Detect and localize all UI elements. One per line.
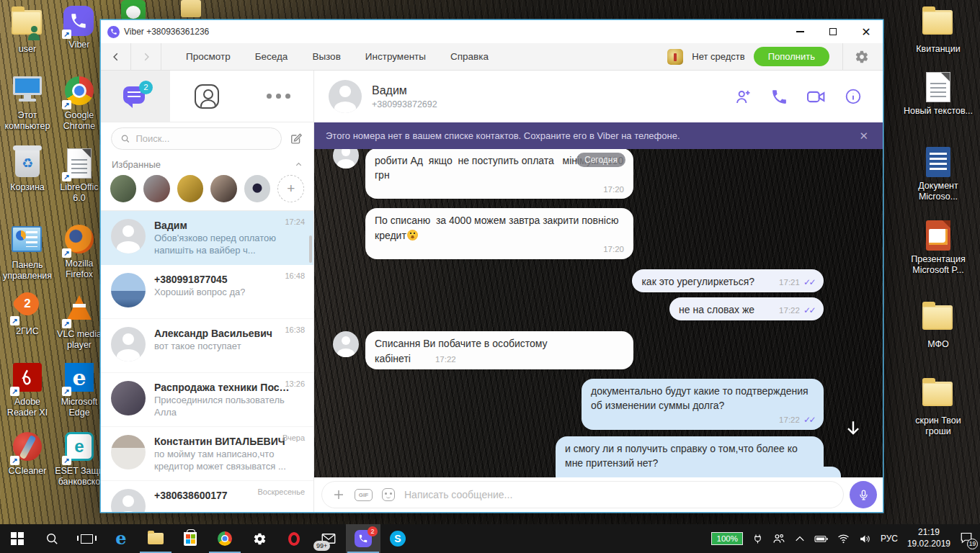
sender-avatar[interactable] bbox=[333, 331, 359, 357]
taskbar-settings[interactable] bbox=[242, 524, 277, 553]
menu-help[interactable]: Справка bbox=[450, 51, 489, 62]
taskbar-store[interactable] bbox=[173, 524, 208, 553]
shortcut-arrow-icon: ↗ bbox=[62, 172, 71, 181]
message-bubble-outgoing[interactable]: как это урегулиркеться?17:21✓✓ bbox=[632, 269, 824, 292]
task-view-button[interactable] bbox=[69, 524, 104, 553]
desktop-icon-eset[interactable]: e↗ ESET Защи банковско bbox=[53, 431, 105, 488]
menu-tools[interactable]: Инструменты bbox=[365, 51, 426, 62]
add-favorite-button[interactable]: + bbox=[277, 175, 304, 202]
gif-icon[interactable]: GIF bbox=[355, 489, 373, 501]
chat-list-item[interactable]: +380991877045 Хороший вопрос да? 16:48 bbox=[101, 265, 313, 319]
message-bubble-outgoing[interactable]: не на словах же17:22✓✓ bbox=[669, 297, 824, 320]
message-input[interactable] bbox=[404, 489, 833, 500]
start-button[interactable] bbox=[0, 524, 35, 553]
messages-area: Сегодня робити Ад якщо не поступить опла… bbox=[314, 149, 883, 477]
desktop-icon-folder-mfo[interactable]: МФО bbox=[902, 301, 974, 350]
sticker-smiley-icon[interactable] bbox=[382, 488, 395, 501]
desktop-icon-this-pc[interactable]: Этот компьютер bbox=[1, 75, 53, 132]
wifi-icon[interactable] bbox=[837, 534, 850, 544]
banner-close-icon[interactable]: ✕ bbox=[856, 130, 871, 143]
add-contact-icon[interactable] bbox=[734, 87, 753, 107]
icon-label: user bbox=[1, 44, 53, 55]
battery-percent-indicator[interactable]: 100% bbox=[711, 532, 742, 545]
scroll-to-bottom-icon[interactable] bbox=[844, 418, 863, 437]
favorite-avatar[interactable] bbox=[177, 175, 203, 202]
action-center-button[interactable]: 19 bbox=[960, 531, 973, 547]
taskbar-search-button[interactable] bbox=[35, 524, 69, 553]
desktop-icon-word-document[interactable]: Документ Microso... bbox=[902, 147, 974, 203]
back-button[interactable] bbox=[101, 43, 131, 71]
desktop-icon-viber[interactable]: ↗ Viber bbox=[53, 6, 105, 50]
taskbar-edge[interactable]: e bbox=[104, 524, 138, 553]
favorite-avatar[interactable] bbox=[110, 175, 136, 202]
maximize-button[interactable] bbox=[816, 20, 850, 43]
hidden-folder-icon[interactable] bbox=[181, 0, 201, 17]
close-button[interactable]: ✕ bbox=[850, 20, 883, 43]
menu-conversation[interactable]: Беседа bbox=[255, 51, 288, 62]
battery-icon[interactable] bbox=[814, 534, 828, 544]
desktop-icon-libreoffice[interactable]: ↗ LibreOffic 6.0 bbox=[53, 148, 105, 204]
voice-message-button[interactable] bbox=[850, 481, 877, 508]
tab-chats[interactable]: 2 bbox=[101, 71, 170, 122]
desktop-icon-folder-screens[interactable]: скрин Твои гроши bbox=[902, 377, 974, 438]
message-bubble-incoming[interactable]: Списання Ви побачите в особистому кабіне… bbox=[365, 331, 633, 369]
collapse-chevron-icon[interactable] bbox=[295, 161, 303, 168]
message-input-field[interactable]: GIF bbox=[321, 481, 844, 508]
sender-avatar[interactable] bbox=[333, 149, 359, 168]
video-call-icon[interactable] bbox=[806, 86, 827, 107]
taskbar-chrome[interactable] bbox=[208, 524, 242, 553]
taskbar-skype[interactable]: S bbox=[380, 524, 415, 553]
search-field[interactable] bbox=[111, 127, 282, 150]
menu-view[interactable]: Просмотр bbox=[186, 51, 231, 62]
desktop-icon-edge[interactable]: e↗ Microsoft Edge bbox=[53, 361, 105, 419]
minimize-button[interactable] bbox=[783, 20, 816, 43]
settings-gear-cell[interactable] bbox=[842, 43, 880, 71]
desktop-icon-vlc[interactable]: ↗ VLC media player bbox=[53, 292, 105, 351]
taskbar-viber[interactable]: 2 bbox=[346, 524, 380, 553]
chat-list-item[interactable]: Константин ВИТАЛЬЕВИЧ по мойму там напис… bbox=[101, 427, 313, 481]
clock[interactable]: 21:19 19.02.2019 bbox=[907, 527, 950, 549]
desktop-icon-firefox[interactable]: ↗ Mozilla Firefox bbox=[53, 223, 105, 281]
desktop-icon-recycle-bin[interactable]: Корзина bbox=[1, 148, 53, 193]
taskbar-file-explorer[interactable] bbox=[138, 524, 173, 553]
taskbar-mail[interactable]: 99+ bbox=[311, 524, 346, 553]
power-plug-icon[interactable] bbox=[752, 533, 763, 545]
message-bubble-outgoing[interactable]: документально будут какие то подтвержден… bbox=[582, 379, 824, 430]
tab-contacts[interactable] bbox=[170, 71, 244, 122]
attach-plus-icon[interactable] bbox=[332, 488, 345, 501]
taskbar-opera[interactable] bbox=[277, 524, 311, 553]
desktop-icon-folder-receipts[interactable]: Квитанции bbox=[902, 6, 974, 55]
chat-list-item[interactable]: Александр Васильевич вот такое поступает… bbox=[101, 319, 313, 373]
hidden-desktop-icon[interactable] bbox=[121, 0, 146, 22]
language-indicator[interactable]: РУС bbox=[881, 534, 898, 544]
compose-icon[interactable] bbox=[289, 132, 303, 146]
desktop-icon-ccleaner[interactable]: ↗ CCleaner bbox=[1, 431, 53, 477]
desktop-icon-control-panel[interactable]: Панель управления bbox=[1, 223, 53, 282]
desktop-icon-presentation[interactable]: Презентация Microsoft P... bbox=[902, 220, 974, 276]
topup-button[interactable]: Пополнить bbox=[754, 47, 829, 66]
menu-call[interactable]: Вызов bbox=[312, 51, 340, 62]
desktop-icon-2gis[interactable]: 2↗ 2ГИС bbox=[1, 292, 53, 337]
info-icon[interactable] bbox=[844, 87, 863, 106]
forward-button[interactable] bbox=[131, 43, 161, 71]
chat-list-item[interactable]: Распродажа техники Посе... Присоединился… bbox=[101, 373, 313, 427]
favorite-avatar[interactable] bbox=[244, 175, 270, 202]
favorite-avatar[interactable] bbox=[210, 175, 236, 202]
desktop-icon-chrome[interactable]: ↗ Google Chrome bbox=[53, 75, 105, 132]
call-icon[interactable] bbox=[770, 88, 788, 106]
tray-chevron-up-icon[interactable] bbox=[795, 535, 805, 542]
favorite-avatar[interactable] bbox=[143, 175, 169, 202]
desktop-icon-adobe-reader[interactable]: ↗ Adobe Reader XI bbox=[1, 361, 53, 419]
desktop-icon-user[interactable]: user bbox=[1, 6, 53, 55]
contact-avatar[interactable] bbox=[329, 80, 362, 113]
chat-list-item[interactable]: Вадим Обов'язково перед оплатою напишіть… bbox=[101, 211, 313, 265]
search-input[interactable] bbox=[135, 133, 272, 144]
more-menu-button[interactable] bbox=[244, 71, 313, 122]
message-bubble-incoming[interactable]: По списаню за 4000 можем завтра закрити … bbox=[365, 208, 633, 258]
title-bar[interactable]: Viber +380936361236 ✕ bbox=[101, 20, 883, 43]
scrollbar[interactable] bbox=[309, 235, 312, 263]
people-icon[interactable] bbox=[772, 533, 785, 544]
desktop-icon-text-document[interactable]: Новый текстов... bbox=[902, 72, 974, 117]
volume-icon[interactable] bbox=[859, 534, 871, 544]
chat-list-item[interactable]: +380638600177 Воскресенье bbox=[101, 481, 313, 512]
